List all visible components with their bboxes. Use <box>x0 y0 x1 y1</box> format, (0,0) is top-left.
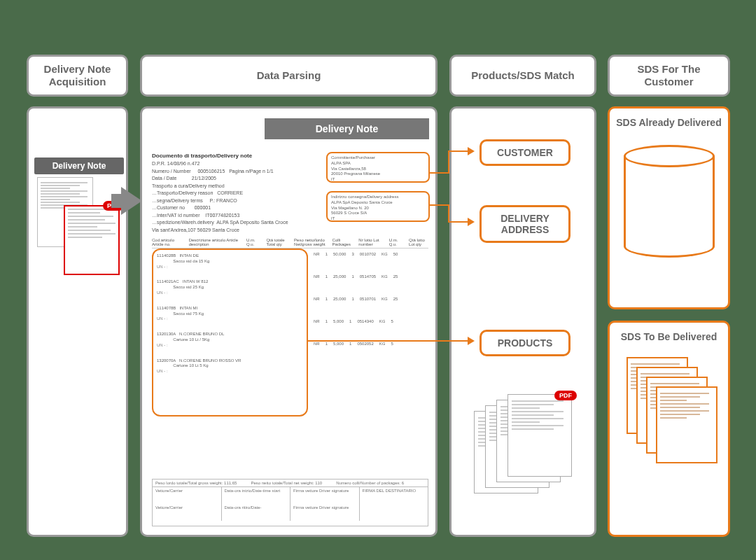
item-row: 1320070A N.CORENE BRUNO ROSSO VR Cartone… <box>157 358 303 374</box>
d0-w: 50,000 <box>333 252 346 256</box>
d2-lq: 25 <box>393 297 398 301</box>
d3-um: NR <box>314 319 320 323</box>
d2-q: 1 <box>326 297 328 301</box>
address-label: Indirizzo consegna/Delivery address <box>331 195 425 200</box>
d3-l: 0514340 <box>357 319 373 323</box>
f-terms-val: P.: FRANCO <box>209 198 237 203</box>
purchaser-l1: Via Castellanza,58 <box>331 167 425 172</box>
f-terms-lbl: …segna/Delivery terms <box>152 198 203 203</box>
th-7: U.m. Q.u. <box>389 238 403 246</box>
th-4: Peso netto/lordo Net/gross weight <box>294 238 326 246</box>
note-header-block: Documento di trasporto/Delivery note D.P… <box>152 152 306 234</box>
pdf-doc-icon: PDF <box>64 205 120 275</box>
d2-w: 25,000 <box>333 297 346 301</box>
header-customer-sds: SDS For The Customer <box>608 55 730 97</box>
item-row: 1114078B INTAN MI Sacco std 75 Kg UN - : <box>157 306 303 322</box>
address-highlight: Indirizzo consegna/Delivery address ALPA… <box>326 191 430 222</box>
d4-q: 1 <box>326 342 328 346</box>
panel-parsing: Delivery Note Documento di trasporto/Del… <box>140 106 438 537</box>
th-5: Colli Packages <box>332 238 354 246</box>
address-l0: ALPA SpA Deposito Santa Croce <box>331 200 425 206</box>
it1-sub: Sacco std 25 Kg <box>173 285 204 289</box>
pdf-badge: PDF <box>554 391 577 400</box>
d1-lq: 25 <box>393 274 398 279</box>
d3-q: 1 <box>326 319 328 323</box>
ft-empty <box>360 504 428 521</box>
d0-lq: 50 <box>393 252 398 256</box>
d3-lq: 5 <box>391 319 393 323</box>
ft-sigdrv2: Firma vettore Driver signature <box>290 504 360 521</box>
arrow-acquisition-to-parsing-icon <box>121 187 142 215</box>
sds-tobe-title: SDS To Be Delivered <box>610 323 728 349</box>
d1-l: 0514705 <box>360 274 376 279</box>
d1-um: NR <box>314 274 320 279</box>
match-customer: CUSTOMER <box>479 139 570 166</box>
d1-u2: KG <box>382 274 388 279</box>
ft-gross: Peso lordo totale/Total gross weight: 11… <box>155 481 237 485</box>
f-method-val: CORRIERE <box>217 190 243 195</box>
f-number-val: 0005106215 <box>197 169 225 174</box>
it2-desc: INTAN MI <box>179 306 197 310</box>
address-l1: Via Magellano N. 20 <box>331 206 425 211</box>
d4-um: NR <box>314 342 320 346</box>
sds-delivered-title: SDS Already Delivered <box>610 108 728 134</box>
it3-desc: N.CORENE BRUNO DL <box>179 332 224 336</box>
f-custno-lbl: …Customer no <box>152 205 185 210</box>
sds-tobe-stack <box>626 357 728 483</box>
it4-un: UN - : <box>157 369 168 373</box>
address-l3: IT <box>331 216 425 222</box>
note-doc-title: Documento di trasporto/Delivery note <box>152 153 252 159</box>
d0-q: 1 <box>326 252 328 256</box>
d4-p: 1 <box>349 342 351 346</box>
header-match: Products/SDS Match <box>449 55 596 97</box>
f-custno-val: 000001 <box>195 205 211 210</box>
panel-match: CUSTOMER DELIVERY ADDRESS PRODUCTS PDF <box>449 106 596 537</box>
th-2: U.m. Q.u. <box>246 238 260 246</box>
it0-un: UN - : <box>157 265 168 269</box>
panel-acquisition: Delivery Note PDF <box>27 106 128 537</box>
ft-sigdest: FIRMA DEL DESTINATARIO <box>360 487 428 504</box>
header-parsing: Data Parsing <box>140 55 438 97</box>
d2-u2: KG <box>382 297 388 301</box>
th-0: Cod.articolo Article no. <box>152 238 183 246</box>
match-delivery-address: DELIVERY ADDRESS <box>479 205 570 243</box>
d4-lq: 5 <box>391 342 393 346</box>
th-1: Descrizione articolo Article description <box>189 238 241 246</box>
d2-um: NR <box>314 297 320 301</box>
it1-un: UN - : <box>157 290 168 295</box>
item-row: 1320130A N.CORENE BRUNO DL Cartone 10 Lt… <box>157 332 303 348</box>
it2-code: 1114078B <box>157 306 176 310</box>
it1-code: 1114021AC <box>157 279 179 284</box>
d0-u2: KG <box>382 252 388 256</box>
it4-sub: Cartone 10 Lt 5 Kg <box>173 363 208 368</box>
purchaser-highlight: Committente/Purchaser ALPA SPA Via Caste… <box>326 152 430 183</box>
d2-l: 0510701 <box>360 297 376 301</box>
ft-net: Peso netto totale/Total net weight: 110 <box>251 481 322 485</box>
item-row: 1114021AC INTAN W 812 Sacco std 25 Kg UN… <box>157 279 303 295</box>
sds-doc-icon: PDF <box>507 394 572 477</box>
it4-desc: N.CORENE BRUNO ROSSO VR <box>179 358 241 363</box>
ft-dtend: Data-ora ritiro/Date- <box>222 504 291 521</box>
purchaser-l3: IT <box>331 177 425 183</box>
it1-desc: INTAN W 812 <box>183 279 209 284</box>
f-date-lbl: Data / Date <box>152 176 176 181</box>
delivery-note-label: Delivery Note <box>34 158 124 174</box>
d1-w: 25,000 <box>333 274 346 279</box>
th-3: Qtà totale Total qty <box>266 238 288 246</box>
ft-sigdrv1: Firma vettore Driver signature <box>290 487 360 504</box>
ft-dtstart: Data-ora inizio/Date-time start <box>222 487 291 504</box>
ft-pkg: Numero colli/Number of packages: 6 <box>336 481 404 485</box>
d4-u2: KG <box>379 342 386 346</box>
f-date-val: 21/12/2005 <box>192 176 216 181</box>
d1-q: 1 <box>326 274 328 279</box>
item-data-column: NR150,00030010702KG50 NR125,00010514705K… <box>314 252 431 364</box>
it3-code: 1320130A <box>157 332 176 336</box>
products-highlight: 1114028B INTAN DE Sacco std da 15 Kg UN … <box>152 248 308 416</box>
it0-desc: INTAN DE <box>179 253 199 258</box>
it4-code: 1320070A <box>157 358 176 363</box>
panel-sds-tobe: SDS To Be Delivered <box>608 321 730 537</box>
purchaser-l2: 20010 Pregnana Milanese <box>331 172 425 177</box>
it2-sub: Sacco std 75 Kg <box>173 312 204 316</box>
th-8: Qtà lotto Lot qty <box>409 238 428 246</box>
d1-p: 1 <box>351 274 354 279</box>
